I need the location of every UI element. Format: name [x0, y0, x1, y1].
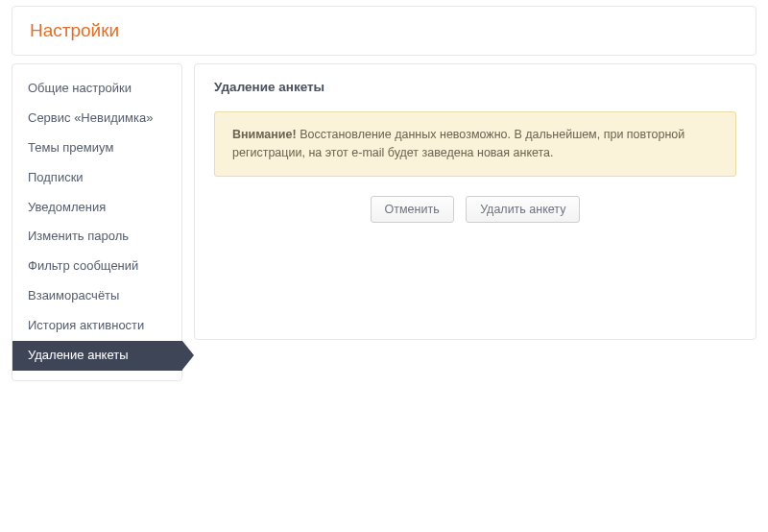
cancel-button[interactable]: Отменить	[371, 196, 454, 223]
sidebar-item-label: История активности	[28, 318, 144, 332]
sidebar-item-delete-profile[interactable]: Удаление анкеты	[12, 341, 182, 371]
sidebar-item-label: Сервис «Невидимка»	[28, 110, 153, 125]
alert-strong: Внимание!	[232, 128, 297, 141]
content-title: Удаление анкеты	[214, 80, 736, 94]
content-panel: Удаление анкеты Внимание! Восстановление…	[194, 63, 756, 340]
action-row: Отменить Удалить анкету	[214, 196, 736, 223]
settings-sidebar: Общие настройки Сервис «Невидимка» Темы …	[12, 63, 182, 381]
sidebar-item-billing[interactable]: Взаиморасчёты	[12, 281, 181, 311]
sidebar-item-label: Удаление анкеты	[28, 348, 129, 362]
sidebar-item-label: Темы премиум	[28, 140, 113, 155]
sidebar-item-label: Общие настройки	[28, 81, 132, 95]
sidebar-item-premium-themes[interactable]: Темы премиум	[12, 133, 181, 163]
sidebar-item-change-password[interactable]: Изменить пароль	[12, 222, 181, 252]
sidebar-item-message-filter[interactable]: Фильтр сообщений	[12, 252, 181, 281]
sidebar-item-label: Фильтр сообщений	[28, 258, 138, 273]
warning-alert: Внимание! Восстановление данных невозмож…	[214, 111, 736, 177]
sidebar-item-activity-history[interactable]: История активности	[12, 311, 181, 341]
sidebar-item-subscriptions[interactable]: Подписки	[12, 163, 181, 193]
sidebar-item-general[interactable]: Общие настройки	[12, 74, 181, 104]
header-card: Настройки	[12, 6, 756, 56]
alert-text: Восстановление данных невозможно. В даль…	[232, 128, 684, 159]
sidebar-item-label: Изменить пароль	[28, 229, 129, 243]
sidebar-item-notifications[interactable]: Уведомления	[12, 193, 181, 223]
sidebar-item-label: Уведомления	[28, 200, 106, 214]
sidebar-item-label: Взаиморасчёты	[28, 288, 119, 302]
sidebar-item-invisible[interactable]: Сервис «Невидимка»	[12, 104, 181, 133]
page-title: Настройки	[30, 20, 738, 41]
delete-profile-button[interactable]: Удалить анкету	[466, 196, 580, 223]
sidebar-item-label: Подписки	[28, 170, 84, 184]
